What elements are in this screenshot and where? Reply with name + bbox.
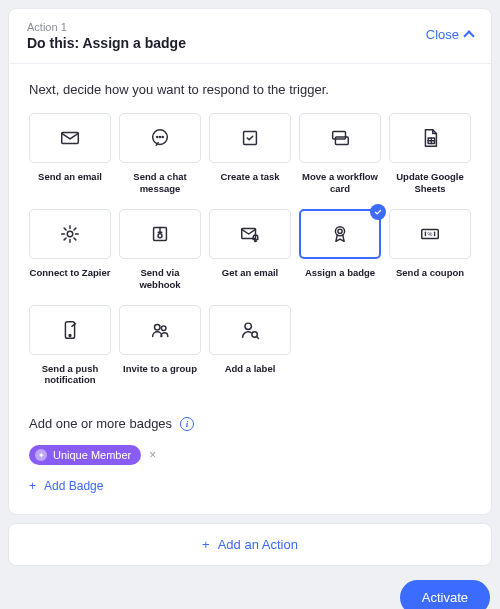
option-connect-zapier[interactable]: Connect to Zapier xyxy=(29,209,111,291)
svg-point-13 xyxy=(255,240,256,241)
gear-icon xyxy=(59,223,81,245)
webhook-icon xyxy=(149,223,171,245)
phone-push-icon xyxy=(59,319,81,341)
remove-badge-button[interactable]: × xyxy=(149,448,156,462)
check-badge-icon xyxy=(370,204,386,220)
option-update-sheets[interactable]: Update Google Sheets xyxy=(389,113,471,195)
option-label: Add a label xyxy=(225,363,276,375)
option-send-chat[interactable]: Send a chat message xyxy=(119,113,201,195)
option-assign-badge[interactable]: Assign a badge xyxy=(299,209,381,291)
plus-icon: + xyxy=(202,537,210,552)
selected-badges: ✦ Unique Member × xyxy=(29,445,471,465)
svg-point-22 xyxy=(245,323,251,329)
group-icon xyxy=(149,319,171,341)
option-send-email[interactable]: Send an email xyxy=(29,113,111,195)
activate-row: Activate xyxy=(0,574,500,609)
option-label: Invite to a group xyxy=(123,363,197,375)
action-options-grid: Send an email Send a chat message Create… xyxy=(29,113,471,386)
option-send-coupon[interactable]: % Send a coupon xyxy=(389,209,471,291)
card-move-icon xyxy=(329,127,351,149)
badge-icon xyxy=(329,223,351,245)
plus-icon: + xyxy=(29,479,36,493)
option-label: Connect to Zapier xyxy=(30,267,111,279)
option-label: Send a chat message xyxy=(119,171,201,195)
svg-point-2 xyxy=(157,137,158,138)
chat-icon xyxy=(149,127,171,149)
chevron-up-icon xyxy=(463,30,474,41)
action-title: Do this: Assign a badge xyxy=(27,35,186,51)
add-badge-button[interactable]: + Add Badge xyxy=(29,479,103,493)
checkbox-icon xyxy=(239,127,261,149)
svg-point-3 xyxy=(159,137,160,138)
option-add-label[interactable]: Add a label xyxy=(209,305,291,387)
option-label: Update Google Sheets xyxy=(389,171,471,195)
activate-button[interactable]: Activate xyxy=(400,580,490,609)
option-label: Assign a badge xyxy=(305,267,375,279)
person-tag-icon xyxy=(239,319,261,341)
svg-point-21 xyxy=(161,325,166,330)
add-action-label: Add an Action xyxy=(218,537,298,552)
badge-dot-icon: ✦ xyxy=(35,449,47,461)
svg-point-20 xyxy=(155,324,161,330)
action-card-body: Next, decide how you want to respond to … xyxy=(9,64,491,514)
option-label: Send a coupon xyxy=(396,267,464,279)
response-prompt: Next, decide how you want to respond to … xyxy=(29,82,471,97)
action-card-header: Action 1 Do this: Assign a badge Close xyxy=(9,9,491,64)
info-icon[interactable]: i xyxy=(180,417,194,431)
action-number: Action 1 xyxy=(27,21,186,33)
close-toggle[interactable]: Close xyxy=(426,21,473,42)
option-send-webhook[interactable]: Send via webhook xyxy=(119,209,201,291)
add-action-button[interactable]: + Add an Action xyxy=(8,523,492,566)
option-move-workflow[interactable]: Move a workflow card xyxy=(299,113,381,195)
close-label: Close xyxy=(426,27,459,42)
option-create-task[interactable]: Create a task xyxy=(209,113,291,195)
badges-heading-row: Add one or more badges i xyxy=(29,416,471,431)
badges-heading: Add one or more badges xyxy=(29,416,172,431)
option-label: Send via webhook xyxy=(119,267,201,291)
option-label: Send a push notification xyxy=(29,363,111,387)
coupon-icon: % xyxy=(419,223,441,245)
option-label: Create a task xyxy=(220,171,279,183)
svg-point-19 xyxy=(69,334,71,336)
activate-label: Activate xyxy=(422,590,468,605)
option-invite-group[interactable]: Invite to a group xyxy=(119,305,201,387)
mail-icon xyxy=(59,127,81,149)
action-card: Action 1 Do this: Assign a badge Close N… xyxy=(8,8,492,515)
sheet-icon xyxy=(419,127,441,149)
mail-bell-icon xyxy=(239,223,261,245)
svg-point-9 xyxy=(67,231,73,237)
badge-chip-label: Unique Member xyxy=(53,449,131,461)
option-send-push[interactable]: Send a push notification xyxy=(29,305,111,387)
svg-point-15 xyxy=(338,229,342,233)
add-badge-label: Add Badge xyxy=(44,479,103,493)
svg-point-4 xyxy=(162,137,163,138)
svg-rect-0 xyxy=(62,133,79,144)
badge-chip[interactable]: ✦ Unique Member xyxy=(29,445,141,465)
option-label: Send an email xyxy=(38,171,102,183)
option-get-email[interactable]: Get an email xyxy=(209,209,291,291)
svg-point-11 xyxy=(158,234,162,238)
option-label: Move a workflow card xyxy=(299,171,381,195)
option-label: Get an email xyxy=(222,267,279,279)
svg-text:%: % xyxy=(428,231,433,237)
